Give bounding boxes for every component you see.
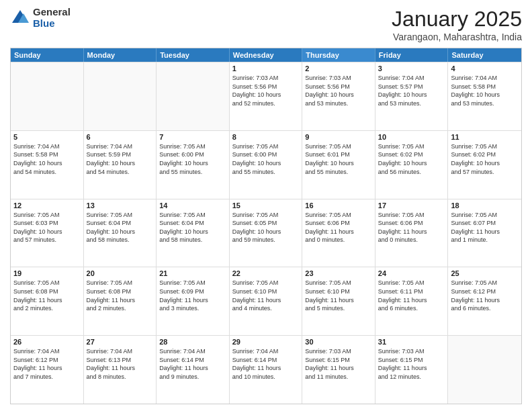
day-cell-31: 31Sunrise: 7:03 AM Sunset: 6:15 PM Dayli… [375, 336, 449, 404]
day-cell-1: 1Sunrise: 7:03 AM Sunset: 5:56 PM Daylig… [230, 62, 303, 130]
week-row-4: 19Sunrise: 7:05 AM Sunset: 6:08 PM Dayli… [11, 267, 521, 335]
day-number: 15 [232, 201, 300, 210]
day-headers: SundayMondayTuesdayWednesdayThursdayFrid… [11, 48, 521, 62]
day-cell-13: 13Sunrise: 7:05 AM Sunset: 6:04 PM Dayli… [84, 199, 157, 267]
day-info: Sunrise: 7:04 AM Sunset: 5:59 PM Dayligh… [87, 142, 154, 176]
day-number: 28 [159, 338, 226, 346]
location: Varangaon, Maharashtra, India [392, 32, 522, 42]
day-cell-24: 24Sunrise: 7:05 AM Sunset: 6:11 PM Dayli… [375, 267, 449, 335]
day-number: 4 [451, 64, 519, 73]
day-number: 7 [159, 133, 226, 141]
day-info: Sunrise: 7:03 AM Sunset: 5:56 PM Dayligh… [305, 74, 372, 107]
day-info: Sunrise: 7:05 AM Sunset: 6:11 PM Dayligh… [378, 279, 445, 312]
month-title: January 2025 [392, 7, 522, 32]
day-info: Sunrise: 7:05 AM Sunset: 6:05 PM Dayligh… [232, 211, 300, 244]
day-number: 13 [87, 201, 154, 210]
logo: General Blue [10, 7, 71, 29]
day-info: Sunrise: 7:05 AM Sunset: 6:10 PM Dayligh… [305, 279, 372, 312]
day-cell-29: 29Sunrise: 7:04 AM Sunset: 6:14 PM Dayli… [230, 336, 303, 404]
day-cell-23: 23Sunrise: 7:05 AM Sunset: 6:10 PM Dayli… [302, 267, 375, 335]
logo-general: General [33, 7, 71, 18]
empty-cell [84, 62, 157, 130]
day-number: 16 [305, 201, 372, 210]
day-number: 27 [87, 338, 154, 346]
day-info: Sunrise: 7:04 AM Sunset: 6:14 PM Dayligh… [232, 347, 300, 381]
day-header-monday: Monday [84, 48, 157, 62]
day-header-thursday: Thursday [302, 48, 375, 62]
day-info: Sunrise: 7:05 AM Sunset: 6:04 PM Dayligh… [87, 211, 154, 244]
day-cell-27: 27Sunrise: 7:04 AM Sunset: 6:13 PM Dayli… [84, 336, 157, 404]
day-cell-14: 14Sunrise: 7:05 AM Sunset: 6:04 PM Dayli… [157, 199, 230, 267]
week-row-2: 5Sunrise: 7:04 AM Sunset: 5:58 PM Daylig… [11, 130, 521, 199]
day-number: 9 [305, 133, 372, 141]
day-cell-8: 8Sunrise: 7:05 AM Sunset: 6:00 PM Daylig… [230, 131, 303, 199]
day-cell-15: 15Sunrise: 7:05 AM Sunset: 6:05 PM Dayli… [230, 199, 303, 267]
day-cell-16: 16Sunrise: 7:05 AM Sunset: 6:06 PM Dayli… [302, 199, 375, 267]
week-row-3: 12Sunrise: 7:05 AM Sunset: 6:03 PM Dayli… [11, 199, 521, 267]
day-info: Sunrise: 7:05 AM Sunset: 6:00 PM Dayligh… [159, 142, 226, 176]
logo-text: General Blue [33, 7, 71, 29]
day-info: Sunrise: 7:03 AM Sunset: 6:15 PM Dayligh… [378, 347, 445, 381]
day-info: Sunrise: 7:04 AM Sunset: 5:57 PM Dayligh… [378, 74, 445, 107]
day-number: 22 [232, 269, 300, 277]
day-number: 20 [87, 269, 154, 277]
day-cell-30: 30Sunrise: 7:03 AM Sunset: 6:15 PM Dayli… [302, 336, 375, 404]
day-cell-4: 4Sunrise: 7:04 AM Sunset: 5:58 PM Daylig… [448, 62, 521, 130]
day-number: 8 [232, 133, 300, 141]
day-cell-2: 2Sunrise: 7:03 AM Sunset: 5:56 PM Daylig… [302, 62, 375, 130]
day-cell-19: 19Sunrise: 7:05 AM Sunset: 6:08 PM Dayli… [11, 267, 84, 335]
day-number: 2 [305, 64, 372, 73]
day-number: 10 [378, 133, 445, 141]
weeks: 1Sunrise: 7:03 AM Sunset: 5:56 PM Daylig… [11, 62, 521, 404]
day-info: Sunrise: 7:05 AM Sunset: 6:08 PM Dayligh… [87, 279, 154, 312]
day-info: Sunrise: 7:05 AM Sunset: 6:01 PM Dayligh… [305, 142, 372, 176]
day-number: 26 [13, 338, 81, 346]
day-number: 1 [232, 64, 300, 73]
day-cell-5: 5Sunrise: 7:04 AM Sunset: 5:58 PM Daylig… [11, 131, 84, 199]
day-cell-12: 12Sunrise: 7:05 AM Sunset: 6:03 PM Dayli… [11, 199, 84, 267]
logo-icon [10, 8, 30, 28]
day-header-tuesday: Tuesday [157, 48, 230, 62]
day-number: 31 [378, 338, 445, 346]
day-number: 30 [305, 338, 372, 346]
calendar: SundayMondayTuesdayWednesdayThursdayFrid… [10, 48, 522, 404]
day-number: 12 [13, 201, 81, 210]
day-info: Sunrise: 7:05 AM Sunset: 6:08 PM Dayligh… [13, 279, 81, 312]
day-info: Sunrise: 7:05 AM Sunset: 6:04 PM Dayligh… [159, 211, 226, 244]
day-info: Sunrise: 7:05 AM Sunset: 6:06 PM Dayligh… [378, 211, 445, 244]
day-info: Sunrise: 7:05 AM Sunset: 6:03 PM Dayligh… [13, 211, 81, 244]
logo-blue: Blue [33, 18, 71, 30]
empty-cell [448, 336, 521, 404]
day-info: Sunrise: 7:05 AM Sunset: 6:02 PM Dayligh… [451, 142, 519, 176]
day-number: 23 [305, 269, 372, 277]
day-cell-11: 11Sunrise: 7:05 AM Sunset: 6:02 PM Dayli… [448, 131, 521, 199]
day-info: Sunrise: 7:05 AM Sunset: 6:02 PM Dayligh… [378, 142, 445, 176]
title-area: January 2025 Varangaon, Maharashtra, Ind… [392, 7, 522, 42]
day-number: 14 [159, 201, 226, 210]
day-info: Sunrise: 7:04 AM Sunset: 6:12 PM Dayligh… [13, 347, 81, 381]
day-header-wednesday: Wednesday [230, 48, 303, 62]
day-cell-28: 28Sunrise: 7:04 AM Sunset: 6:14 PM Dayli… [157, 336, 230, 404]
day-info: Sunrise: 7:04 AM Sunset: 6:14 PM Dayligh… [159, 347, 226, 381]
day-info: Sunrise: 7:04 AM Sunset: 6:13 PM Dayligh… [87, 347, 154, 381]
day-number: 11 [451, 133, 519, 141]
day-info: Sunrise: 7:03 AM Sunset: 6:15 PM Dayligh… [305, 347, 372, 381]
day-info: Sunrise: 7:05 AM Sunset: 6:12 PM Dayligh… [451, 279, 519, 312]
day-cell-20: 20Sunrise: 7:05 AM Sunset: 6:08 PM Dayli… [84, 267, 157, 335]
day-cell-18: 18Sunrise: 7:05 AM Sunset: 6:07 PM Dayli… [448, 199, 521, 267]
day-cell-10: 10Sunrise: 7:05 AM Sunset: 6:02 PM Dayli… [375, 131, 449, 199]
day-cell-3: 3Sunrise: 7:04 AM Sunset: 5:57 PM Daylig… [375, 62, 449, 130]
day-number: 29 [232, 338, 300, 346]
day-header-sunday: Sunday [11, 48, 84, 62]
day-info: Sunrise: 7:04 AM Sunset: 5:58 PM Dayligh… [451, 74, 519, 107]
day-info: Sunrise: 7:05 AM Sunset: 6:00 PM Dayligh… [232, 142, 300, 176]
empty-cell [157, 62, 230, 130]
week-row-5: 26Sunrise: 7:04 AM Sunset: 6:12 PM Dayli… [11, 335, 521, 404]
day-cell-22: 22Sunrise: 7:05 AM Sunset: 6:10 PM Dayli… [230, 267, 303, 335]
day-number: 21 [159, 269, 226, 277]
day-number: 6 [87, 133, 154, 141]
day-cell-26: 26Sunrise: 7:04 AM Sunset: 6:12 PM Dayli… [11, 336, 84, 404]
day-number: 18 [451, 201, 519, 210]
day-cell-17: 17Sunrise: 7:05 AM Sunset: 6:06 PM Dayli… [375, 199, 449, 267]
day-number: 3 [378, 64, 445, 73]
